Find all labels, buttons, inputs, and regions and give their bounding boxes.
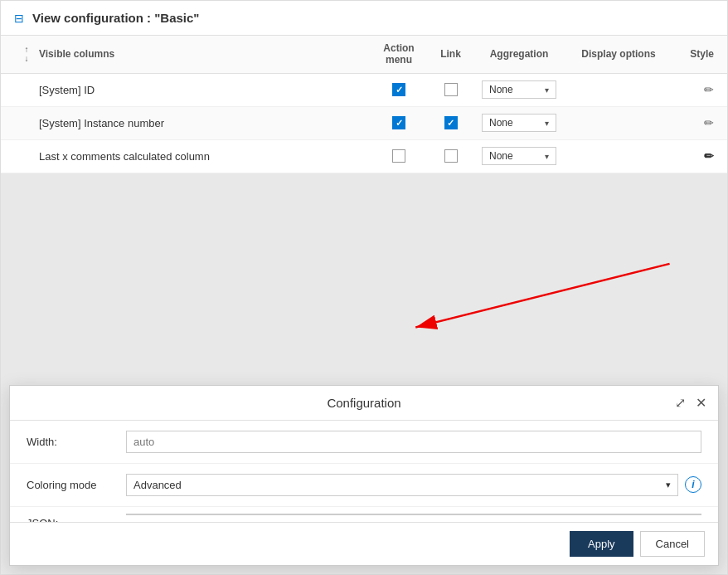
edit-icon-active[interactable]: ✏ <box>704 149 714 163</box>
json-label: JSON: <box>27 514 126 517</box>
row-3-aggregation[interactable]: None ▾ <box>473 147 565 165</box>
json-row: JSON: { "$schema": "https://files.webcon… <box>10 507 718 522</box>
chevron-down-icon: ▾ <box>545 85 549 95</box>
action-checkbox-checked[interactable] <box>392 83 405 96</box>
cancel-button[interactable]: Cancel <box>640 531 705 557</box>
columns-table: ↑ ↓ Visible columns Action menu Link Agg… <box>1 36 727 173</box>
row-3-name: Last x comments calculated column <box>39 150 370 163</box>
edit-icon[interactable]: ✏ <box>704 116 714 129</box>
link-checkbox-unchecked[interactable] <box>444 83 458 96</box>
config-body: Width: Coloring mode Advanced ▾ <box>10 421 718 522</box>
apply-button[interactable]: Apply <box>570 531 633 557</box>
coloring-mode-label: Coloring mode <box>27 479 126 491</box>
action-checkbox-checked[interactable] <box>392 116 405 129</box>
coloring-mode-value: Advanced <box>133 479 182 491</box>
row-1-aggregation[interactable]: None ▾ <box>473 80 565 99</box>
row-1-action-checkbox[interactable] <box>370 83 428 96</box>
row-2-link-checkbox[interactable] <box>428 116 473 129</box>
width-label: Width: <box>27 436 126 448</box>
config-panel: Configuration ⤢ ✕ Width: Coloring mode <box>9 385 719 566</box>
visible-columns-header: Visible columns <box>39 48 370 60</box>
row-2-name: [System] Instance number <box>39 117 370 129</box>
width-control <box>126 431 701 453</box>
coloring-mode-row: Coloring mode Advanced ▾ i <box>10 464 718 507</box>
style-header: Style <box>672 48 714 60</box>
link-checkbox-unchecked[interactable] <box>444 149 458 163</box>
aggregation-dropdown[interactable]: None ▾ <box>482 147 556 165</box>
view-config-header: ⊟ View configuration : "Basic" <box>1 1 727 36</box>
coloring-mode-select[interactable]: Advanced ▾ <box>126 474 678 496</box>
config-panel-title: Configuration <box>327 396 400 410</box>
row-1-style[interactable]: ✏ <box>672 83 714 96</box>
chevron-down-icon: ▾ <box>666 480 671 490</box>
row-3-action-checkbox[interactable] <box>370 149 428 163</box>
row-3-style[interactable]: ✏ <box>672 149 714 163</box>
aggregation-dropdown[interactable]: None ▾ <box>482 80 556 99</box>
aggregation-dropdown[interactable]: None ▾ <box>482 114 556 132</box>
display-options-header: Display options <box>565 48 672 60</box>
link-checkbox-checked[interactable] <box>444 116 458 129</box>
edit-icon[interactable]: ✏ <box>704 83 714 96</box>
view-config-icon: ⊟ <box>14 12 24 25</box>
action-checkbox-unchecked[interactable] <box>392 149 405 163</box>
config-footer: Apply Cancel <box>10 522 718 565</box>
main-panel: ⊟ View configuration : "Basic" ↑ ↓ Visib… <box>0 0 728 575</box>
table-row: [System] Instance number None ▾ ✏ <box>1 107 727 140</box>
row-1-name: [System] ID <box>39 84 370 96</box>
row-2-aggregation[interactable]: None ▾ <box>473 114 565 132</box>
view-config-title: View configuration : "Basic" <box>32 11 199 25</box>
chevron-down-icon: ▾ <box>545 152 549 161</box>
table-row: [System] ID None ▾ ✏ <box>1 74 727 107</box>
config-panel-header: Configuration ⤢ ✕ <box>10 386 718 421</box>
table-row: Last x comments calculated column None ▾… <box>1 140 727 173</box>
svg-line-1 <box>415 264 669 328</box>
width-input[interactable] <box>126 431 701 453</box>
info-icon[interactable]: i <box>685 476 701 493</box>
chevron-down-icon: ▾ <box>545 119 549 128</box>
row-2-action-checkbox[interactable] <box>370 116 428 129</box>
action-menu-header: Action menu <box>370 42 428 66</box>
expand-button[interactable]: ⤢ <box>673 393 687 412</box>
json-editor[interactable]: { "$schema": "https://files.webcon.com/b… <box>126 514 701 515</box>
config-header-actions: ⤢ ✕ <box>673 393 708 412</box>
row-2-style[interactable]: ✏ <box>672 116 714 129</box>
aggregation-header: Aggregation <box>473 48 565 60</box>
link-header: Link <box>428 48 473 60</box>
row-3-link-checkbox[interactable] <box>428 149 473 163</box>
json-content[interactable]: { "$schema": "https://files.webcon.com/b… <box>127 514 701 515</box>
width-row: Width: <box>10 421 718 464</box>
sort-column-header: ↑ ↓ <box>14 46 39 63</box>
table-header-row: ↑ ↓ Visible columns Action menu Link Agg… <box>1 36 727 74</box>
coloring-mode-control: Advanced ▾ i <box>126 474 701 496</box>
close-button[interactable]: ✕ <box>694 393 708 412</box>
row-1-link-checkbox[interactable] <box>428 83 473 96</box>
